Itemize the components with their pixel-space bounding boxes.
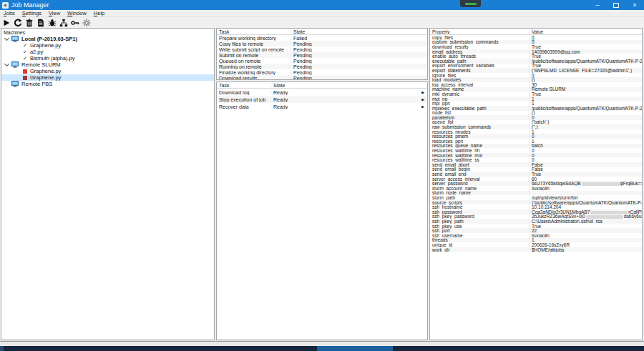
table-row[interactable]: Submit on remotePending: [217, 52, 427, 58]
task-cell: Download log: [217, 90, 271, 95]
credentials-icon[interactable]: [70, 18, 80, 28]
job-item[interactable]: ✓Graphene.py: [1, 42, 214, 49]
run-icon[interactable]: [1, 18, 11, 28]
task-cell: Prepare working directory: [217, 36, 291, 41]
screen-recorder-overlay: [460, 0, 481, 7]
run-action-icon[interactable]: ▶: [421, 97, 427, 102]
machine-item[interactable]: Local (P-2019.03-SP1): [1, 36, 214, 42]
table-row[interactable]: Copy files to remotePending: [217, 41, 427, 46]
debug-icon[interactable]: [47, 18, 57, 28]
task-cell: Download results: [217, 76, 291, 81]
table-row[interactable]: Write submit script on remotePending: [217, 46, 427, 52]
job-item[interactable]: Graphene.py: [1, 74, 214, 81]
table-row[interactable]: Stop execution of jobReady▶: [217, 96, 427, 103]
state-cell: Ready: [271, 104, 421, 109]
job-label: Graphene.py: [30, 42, 61, 49]
run-action-icon[interactable]: ▶: [421, 104, 427, 109]
job-actions-table: TaskStateDownload logReady▶Stop executio…: [216, 81, 428, 340]
maximize-button[interactable]: [607, 0, 625, 10]
table-row[interactable]: Recover dataReady▶: [217, 103, 427, 110]
column-header-task: Task: [217, 83, 271, 88]
task-cell: Copy files to remote: [217, 41, 291, 46]
failed-status-icon: [23, 76, 27, 80]
job-status-table: TaskStatePrepare working directoryFailed…: [216, 28, 428, 80]
column-header-property: Property: [430, 29, 530, 34]
log-icon[interactable]: [36, 18, 46, 28]
window-controls: – ×: [588, 0, 644, 10]
table-row[interactable]: Prepare working directoryFailed: [217, 35, 427, 41]
table-row[interactable]: Download logReady▶: [217, 89, 427, 96]
task-cell: Running on remote: [217, 64, 291, 69]
table-header-row: TaskState: [217, 29, 427, 35]
state-cell: Ready: [271, 90, 421, 95]
value-cell: liuxiaolin: [530, 186, 642, 191]
machine-label: Local (P-2019.03-SP1): [21, 36, 77, 42]
state-cell: Pending: [291, 41, 427, 46]
task-cell: Queued on remote: [217, 59, 291, 64]
job-item[interactable]: ✓a2.py: [1, 49, 214, 55]
job-label: Bismuth (alpha).py: [30, 55, 75, 61]
computer-icon: [11, 81, 19, 87]
column-header-value: Value: [530, 29, 642, 34]
table-row[interactable]: Finalize working directoryPending: [217, 69, 427, 75]
job-panel: TaskStatePrepare working directoryFailed…: [216, 28, 428, 340]
state-cell: Pending: [291, 76, 427, 81]
expander-icon[interactable]: [4, 36, 9, 41]
menu-window[interactable]: Window: [64, 10, 90, 16]
minimize-button[interactable]: –: [588, 0, 607, 10]
machines-tree: Local (P-2019.03-SP1)✓Graphene.py✓a2.py✓…: [1, 36, 214, 87]
machine-item[interactable]: Remote PBS: [1, 81, 214, 87]
recorder-progress-bar: [465, 3, 477, 5]
job-item[interactable]: Graphene.py: [1, 68, 214, 74]
maximize-icon: [613, 3, 619, 8]
table-header-row: TaskState: [217, 82, 427, 89]
reload-icon[interactable]: [13, 18, 23, 28]
machine-label: Remote PBS: [21, 81, 52, 87]
toolbar: [0, 17, 644, 28]
task-cell: Stop execution of job: [217, 97, 271, 102]
settings-icon[interactable]: [82, 18, 92, 28]
property-row[interactable]: work_dir$HOME/atkjobs: [430, 247, 642, 252]
completed-check-icon: ✓: [23, 56, 27, 61]
failed-status-icon: [23, 69, 27, 74]
task-cell: Submit on remote: [217, 53, 291, 58]
state-cell: Pending: [291, 59, 427, 64]
menu-jobs[interactable]: Jobs: [0, 10, 19, 16]
menu-settings[interactable]: Settings: [19, 10, 45, 16]
state-cell: Ready: [271, 97, 421, 102]
table-header-row: PropertyValue: [430, 29, 642, 35]
start-button-edge[interactable]: [0, 346, 4, 351]
task-cell: Recover data: [217, 104, 271, 109]
completed-check-icon: ✓: [23, 49, 27, 55]
menu-help[interactable]: Help: [90, 10, 108, 16]
table-row[interactable]: Download resultsPending: [217, 75, 427, 80]
column-header-task: Task: [217, 29, 291, 34]
close-button[interactable]: ×: [625, 0, 644, 10]
machine-item[interactable]: Remote SLURM: [1, 61, 214, 68]
redacted-blur: [590, 211, 628, 214]
windows-taskbar[interactable]: [0, 346, 644, 351]
job-label: Graphene.py: [30, 68, 61, 74]
state-cell: Pending: [291, 70, 427, 75]
machines-icon[interactable]: [59, 18, 69, 28]
run-action-icon[interactable]: ▶: [421, 90, 427, 94]
state-cell: Pending: [291, 64, 427, 69]
task-cell: Finalize working directory: [217, 70, 291, 75]
table-row[interactable]: Running on remotePending: [217, 64, 427, 69]
column-header-state: State: [291, 29, 427, 34]
state-cell: Failed: [291, 36, 427, 41]
job-item[interactable]: ✓Bismuth (alpha).py: [1, 55, 214, 61]
table-row[interactable]: Queued on remotePending: [217, 58, 427, 64]
machine-label: Remote SLURM: [21, 61, 61, 68]
completed-check-icon: ✓: [23, 43, 27, 49]
menu-view[interactable]: View: [45, 10, 64, 16]
computer-icon: [11, 61, 19, 68]
desktop-strip: [0, 341, 644, 346]
delete-icon[interactable]: [24, 18, 34, 28]
property-cell: work_dir: [430, 247, 530, 252]
expander-icon[interactable]: [4, 61, 9, 66]
taskbar-active-app[interactable]: [317, 346, 393, 351]
redacted-blur: [582, 182, 619, 186]
main-area: Machines Local (P-2019.03-SP1)✓Graphene.…: [0, 28, 644, 340]
machines-panel: Machines Local (P-2019.03-SP1)✓Graphene.…: [1, 28, 215, 340]
